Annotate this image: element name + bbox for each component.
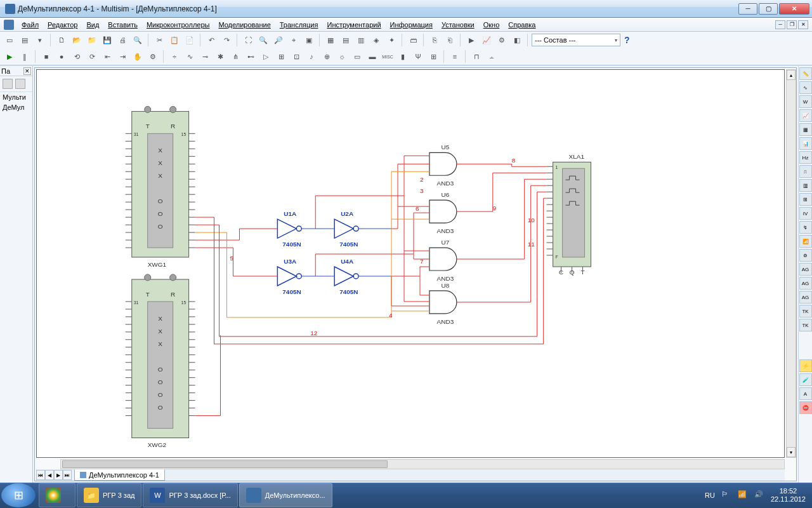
menu-insert[interactable]: Вставить — [104, 20, 141, 30]
component-u5[interactable]: U5 AND3 — [429, 144, 457, 187]
inst-lc-icon[interactable]: ⊞ — [799, 193, 812, 206]
tray-flag-icon[interactable]: 🏳 — [721, 490, 731, 500]
component-xwg2[interactable]: T R 31 15 X X X O O O O XWG2 — [132, 274, 189, 448]
inst-cur-icon[interactable]: A — [799, 387, 812, 400]
component-combo[interactable]: --- Состав --- — [532, 34, 620, 46]
inst-tk2-icon[interactable]: TK — [799, 319, 812, 331]
tb-s1-icon[interactable]: ⟲ — [70, 50, 84, 64]
component-u8[interactable]: U8 AND3 — [429, 282, 457, 325]
lang-indicator[interactable]: RU — [705, 491, 715, 499]
panel-mode2-icon[interactable] — [15, 79, 25, 89]
component-xla1[interactable]: XLA1 1 F C Q T — [553, 153, 591, 276]
tb-c12-icon[interactable]: ☼ — [335, 50, 349, 64]
tb-comp4-icon[interactable]: ◈ — [369, 33, 383, 47]
tb-chevron-down-icon[interactable]: ▾ — [33, 33, 47, 47]
tb-rec-icon[interactable]: ● — [55, 50, 69, 64]
menu-help[interactable]: Справка — [504, 20, 539, 30]
maximize-button[interactable]: ▢ — [759, 3, 778, 15]
tb-preview-icon[interactable]: 🔍 — [131, 33, 145, 47]
tb-c1-icon[interactable]: ÷ — [167, 50, 181, 64]
inst-da-icon[interactable]: ↯ — [799, 221, 812, 234]
vertical-scrollbar[interactable] — [786, 69, 796, 458]
tb-c2-icon[interactable]: ∿ — [183, 50, 197, 64]
tb-c14-icon[interactable]: ▬ — [365, 50, 379, 64]
tb-c16-icon[interactable]: ▮ — [396, 50, 410, 64]
task-multisim[interactable]: ДеМультиплексо... — [239, 483, 332, 507]
tb-s5-icon[interactable]: ✋ — [131, 50, 145, 64]
menu-file[interactable]: Файл — [18, 20, 43, 30]
menu-edit[interactable]: Редактор — [44, 20, 81, 30]
inst-iv-icon[interactable]: IV — [799, 207, 812, 220]
task-word[interactable]: WРГР 3 зад.docx [Р... — [143, 483, 237, 507]
inst-ag2-icon[interactable]: AG — [799, 277, 812, 290]
tab-nav-last[interactable]: ⏭ — [63, 470, 72, 480]
tab-nav-prev[interactable]: ◀ — [45, 470, 54, 480]
tb-comp5-icon[interactable]: ✦ — [384, 33, 398, 47]
tb-comp3-icon[interactable]: ▥ — [354, 33, 368, 47]
inst-fg-icon[interactable]: ∿ — [799, 81, 812, 94]
inst-tk1-icon[interactable]: TK — [799, 305, 812, 318]
tb-sim-icon[interactable]: ▶ — [464, 33, 478, 47]
tb-zoom-out-icon[interactable]: 🔎 — [272, 33, 285, 47]
panel-item-1[interactable]: Мульти — [0, 92, 32, 102]
tb-c15-icon[interactable]: MISC — [381, 50, 395, 64]
pause-button[interactable]: ‖ — [18, 50, 32, 64]
panel-close[interactable]: ✕ — [23, 67, 31, 75]
tb-s4-icon[interactable]: ⇥ — [115, 50, 129, 64]
inst-ag3-icon[interactable]: AG — [799, 291, 812, 304]
component-u7[interactable]: U7 AND3 — [429, 239, 457, 282]
component-u6[interactable]: U6 AND3 — [429, 191, 457, 234]
tb-c11-icon[interactable]: ⊕ — [320, 50, 334, 64]
inst-sc-icon[interactable]: 📈 — [799, 109, 812, 122]
menu-reports[interactable]: Информация — [386, 20, 436, 30]
schematic-canvas[interactable]: T R 31 15 X X X O O O XWG1 — [36, 69, 785, 458]
tb-cut-icon[interactable]: ✂ — [152, 33, 166, 47]
tab-nav-next[interactable]: ▶ — [54, 470, 63, 480]
menu-simulate[interactable]: Моделирование — [214, 20, 274, 30]
tb-d1-icon[interactable]: ⊓ — [469, 50, 483, 64]
panel-mode1-icon[interactable] — [3, 79, 13, 89]
tb-design-icon[interactable]: ▭ — [3, 33, 16, 47]
inst-la-icon[interactable]: ▥ — [799, 179, 812, 192]
inst-4c-icon[interactable]: ▦ — [799, 123, 812, 136]
tb-c8-icon[interactable]: ⊞ — [274, 50, 288, 64]
tb-c5-icon[interactable]: ⋔ — [228, 50, 242, 64]
start-button[interactable]: ⊞ — [1, 483, 36, 507]
tb-print-icon[interactable]: 🖨 — [115, 33, 129, 47]
clock[interactable]: 18:52 22.11.2012 — [771, 487, 806, 504]
panel-item-2[interactable]: ДеМул — [0, 102, 32, 112]
mdi-close[interactable]: ✕ — [798, 20, 808, 29]
tb-s2-icon[interactable]: ⟳ — [85, 50, 99, 64]
horizontal-scrollbar[interactable] — [60, 459, 785, 469]
sheet-tab[interactable]: ДеМультиплексор 4-1 — [74, 469, 165, 481]
component-xwg1[interactable]: T R 31 15 X X X O O O XWG1 — [132, 106, 189, 268]
menu-transfer[interactable]: Трансляция — [276, 20, 322, 30]
tb-list-icon[interactable]: ▤ — [18, 33, 32, 47]
inst-bp-icon[interactable]: 📊 — [799, 137, 812, 150]
inst-lv-icon[interactable]: ⚡ — [799, 359, 812, 372]
tb-comp2-icon[interactable]: ▤ — [339, 33, 353, 47]
tb-s3-icon[interactable]: ⇤ — [100, 50, 114, 64]
minimize-button[interactable]: ─ — [738, 3, 757, 15]
inst-ag1-icon[interactable]: AG — [799, 263, 812, 276]
tb-undo-icon[interactable]: ↶ — [204, 33, 218, 47]
component-u4a[interactable]: U4A 7405N — [334, 258, 358, 295]
tb-redo-icon[interactable]: ↷ — [219, 33, 233, 47]
tb-c17-icon[interactable]: Ψ — [411, 50, 425, 64]
menu-view[interactable]: Вид — [82, 20, 103, 30]
tb-c18-icon[interactable]: ⊞ — [426, 50, 440, 64]
tb-c7-icon[interactable]: ▷ — [259, 50, 273, 64]
tb-hier1-icon[interactable]: ⎘ — [428, 33, 442, 47]
component-u3a[interactable]: U3A 7405N — [277, 258, 301, 295]
tb-hier2-icon[interactable]: ⎗ — [443, 33, 457, 47]
tb-open-icon[interactable]: 📂 — [70, 33, 84, 47]
menu-options[interactable]: Установки — [438, 20, 478, 30]
tb-s6-icon[interactable]: ⚙ — [146, 50, 160, 64]
tb-misc2-icon[interactable]: ◧ — [510, 33, 524, 47]
tb-c3-icon[interactable]: ⊸ — [198, 50, 212, 64]
inst-fc-icon[interactable]: Hz — [799, 151, 812, 164]
tb-zoom-sheet-icon[interactable]: ▣ — [302, 33, 316, 47]
tb-save-icon[interactable]: 💾 — [100, 33, 114, 47]
tb-zoom-in-icon[interactable]: 🔍 — [256, 33, 270, 47]
tb-c4-icon[interactable]: ✱ — [213, 50, 227, 64]
